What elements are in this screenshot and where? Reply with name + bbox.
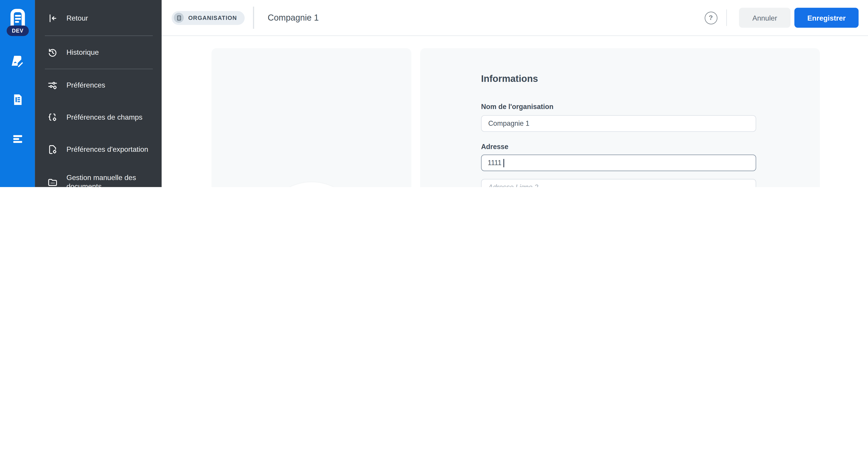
context-badge: ORGANISATION xyxy=(172,11,245,25)
braces-gear-icon xyxy=(47,112,58,123)
icon-rail: DEV xyxy=(0,0,35,187)
sidebar-divider xyxy=(45,35,153,36)
sidebar-back-button[interactable]: Retour xyxy=(35,7,162,29)
page-title: Compagnie 1 xyxy=(268,13,319,23)
address-input[interactable]: 1111 xyxy=(481,154,756,171)
sidebar-item-historique[interactable]: Historique xyxy=(35,41,162,64)
context-badge-label: ORGANISATION xyxy=(188,15,237,21)
main-area: ORGANISATION Compagnie 1 ? Annuler Enreg… xyxy=(162,0,868,187)
address-line2-input[interactable] xyxy=(481,179,756,187)
settings-sidebar: Retour Historique Préférences xyxy=(35,0,162,187)
document-gear-icon xyxy=(47,144,58,155)
document-edit-icon xyxy=(10,54,25,70)
sidebar-item-preferences-champs[interactable]: Préférences de champs xyxy=(35,106,162,128)
org-name-label: Nom de l'organisation xyxy=(481,103,553,111)
sidebar-back-label: Retour xyxy=(66,14,88,23)
folder-dots-icon xyxy=(47,177,58,187)
document-template-icon xyxy=(11,93,24,109)
informations-card: Informations Nom de l'organisation Adres… xyxy=(420,48,820,187)
topbar: ORGANISATION Compagnie 1 ? Annuler Enreg… xyxy=(162,0,868,36)
collapse-left-icon xyxy=(47,13,58,24)
help-button[interactable]: ? xyxy=(704,11,717,24)
app-logo-icon[interactable] xyxy=(8,8,28,26)
org-name-input[interactable] xyxy=(481,115,756,132)
rail-item-document-edit[interactable] xyxy=(10,55,25,69)
history-icon xyxy=(47,47,58,58)
sidebar-item-preferences-exportation[interactable]: Préférences d'exportation xyxy=(35,138,162,161)
address-label: Adresse xyxy=(481,143,508,151)
list-bars-icon xyxy=(11,132,24,148)
sidebar-item-preferences[interactable]: Préférences xyxy=(35,74,162,96)
cancel-button[interactable]: Annuler xyxy=(739,8,790,28)
rail-item-list[interactable] xyxy=(10,133,25,147)
organisation-avatar xyxy=(262,182,361,187)
form-heading: Informations xyxy=(481,74,538,85)
environment-badge: DEV xyxy=(6,26,29,36)
app-window: DEV xyxy=(0,0,868,187)
topbar-divider xyxy=(726,9,727,26)
sliders-gear-icon xyxy=(47,80,58,91)
sidebar-divider xyxy=(45,69,153,69)
text-cursor xyxy=(503,159,504,167)
content-area: Compagnie 1 Informations Nom de l'organi… xyxy=(162,36,868,187)
sidebar-item-gestion-documents[interactable]: Gestion manuelle des documents xyxy=(35,169,162,187)
organisation-icon xyxy=(174,13,184,23)
rail-item-document-template[interactable] xyxy=(10,94,25,108)
profile-card: Compagnie 1 xyxy=(212,48,411,187)
save-button[interactable]: Enregistrer xyxy=(794,8,859,28)
topbar-divider xyxy=(253,6,254,29)
organisation-form: Informations Nom de l'organisation Adres… xyxy=(481,48,756,187)
